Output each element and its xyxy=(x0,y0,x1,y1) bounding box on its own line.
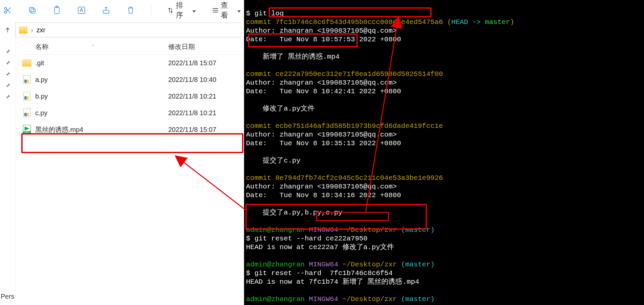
toolbar-separator xyxy=(151,5,151,15)
delete-icon[interactable] xyxy=(126,6,135,15)
chevron-down-icon xyxy=(191,6,196,15)
term-line: commit 8e794d7fb74cf2c945c5c211c04e53a3b… xyxy=(246,174,443,182)
svg-rect-7 xyxy=(103,10,109,13)
sort-caret-icon: ˄ xyxy=(92,44,94,50)
pin-icon xyxy=(5,71,11,77)
term-path: ~/Desktop/zxr xyxy=(342,226,401,234)
python-file-icon xyxy=(23,109,31,117)
pin-icon xyxy=(5,49,11,55)
list-item[interactable]: 黑丝的诱惑.mp4 2022/11/8 15:07 xyxy=(19,121,244,138)
pin-icon xyxy=(5,94,11,100)
term-line: 提交了a.py,b.py,c.py xyxy=(246,209,342,216)
breadcrumb[interactable]: › zxr xyxy=(15,23,241,37)
term-line: Author: zhangran <1990837105@qq.com> xyxy=(246,79,397,87)
term-line: Date: Tue Nov 8 10:35:13 2022 +0800 xyxy=(246,140,401,147)
terminal[interactable]: $ git log commit 7fc1b746c8c6f543d495b0c… xyxy=(244,0,644,305)
file-name: b.py xyxy=(35,93,168,100)
svg-rect-2 xyxy=(31,9,35,13)
term-line: $ git reset --hard ce222a7950 xyxy=(246,235,367,242)
file-list-header: 名称 ˄ 修改日期 xyxy=(19,39,244,55)
nav-row: › zxr xyxy=(0,21,244,39)
column-date[interactable]: 修改日期 xyxy=(168,42,244,51)
term-line: Date: Tue Nov 8 10:42:41 2022 +0800 xyxy=(246,88,401,95)
term-line: Date: Tue Nov 8 10:57:53 2022 +0800 xyxy=(246,36,401,43)
file-date: 2022/11/8 10:40 xyxy=(168,76,244,84)
sort-button[interactable]: 排序 xyxy=(167,0,196,20)
breadcrumb-folder: zxr xyxy=(37,26,46,34)
term-line: Date: Tue Nov 8 10:34:16 2022 +0800 xyxy=(246,191,401,199)
pin-icon xyxy=(5,83,11,89)
term-branch: (master) xyxy=(401,226,435,234)
term-line: $ git reset --hard 7fc1b746c8c6f54 xyxy=(246,269,393,277)
file-list-area: 名称 ˄ 修改日期 .git 2022/11/8 15:07 a.py 2022… xyxy=(15,39,244,305)
paste-icon[interactable] xyxy=(53,6,61,15)
rename-icon[interactable] xyxy=(77,6,86,15)
term-line: Author: zhangran <1990837105@qq.com> xyxy=(246,183,397,190)
column-name[interactable]: 名称 ˄ xyxy=(19,42,168,51)
cut-icon[interactable] xyxy=(3,6,12,15)
file-date: 2022/11/8 15:07 xyxy=(168,126,244,134)
python-file-icon xyxy=(23,75,31,84)
term-line: Author: zhangran <1990837105@qq.com> xyxy=(246,131,397,139)
folder-icon xyxy=(19,26,28,34)
list-item[interactable]: .git 2022/11/8 15:07 xyxy=(19,55,244,71)
column-date-label: 修改日期 xyxy=(168,43,195,50)
list-item[interactable]: a.py 2022/11/8 10:40 xyxy=(19,71,244,88)
term-host: MINGW64 xyxy=(309,261,342,268)
list-item[interactable]: c.py 2022/11/8 10:21 xyxy=(19,105,244,121)
term-path: ~/Desktop/zxr xyxy=(342,295,401,303)
term-line: 新增了 黑丝的诱惑.mp4 xyxy=(246,53,339,61)
up-arrow-icon[interactable] xyxy=(3,25,13,35)
svg-rect-4 xyxy=(55,7,59,14)
term-line: HEAD is now at ce222a7 修改了a.py文件 xyxy=(246,243,394,251)
term-branch: (master) xyxy=(401,295,435,303)
copy-icon[interactable] xyxy=(28,6,37,15)
column-name-label: 名称 xyxy=(35,43,49,50)
term-prompt: admin@zhangran xyxy=(246,261,309,268)
term-line: $ git log xyxy=(246,10,284,17)
list-item[interactable]: b.py 2022/11/8 10:21 xyxy=(19,88,244,105)
file-name: a.py xyxy=(35,76,168,84)
term-prompt: admin@zhangran xyxy=(246,295,309,303)
term-branch: (master) xyxy=(401,261,435,268)
term-branch: master xyxy=(485,18,510,26)
term-host: MINGW64 xyxy=(309,226,342,234)
file-name: 黑丝的诱惑.mp4 xyxy=(35,125,168,134)
folder-icon xyxy=(22,59,32,67)
left-rail xyxy=(0,39,15,305)
file-date: 2022/11/8 10:21 xyxy=(168,93,244,100)
term-host: MINGW64 xyxy=(309,295,342,303)
term-line: HEAD is now at 7fc1b74 新增了 黑丝的诱惑.mp4 xyxy=(246,278,419,286)
term-line: Author: zhangran <1990837105@qq.com> xyxy=(246,27,397,35)
term-paren: ) xyxy=(510,18,514,26)
term-line: commit 7fc1b746c8c6f543d495b0ccc008d6e4e… xyxy=(246,18,451,26)
term-line: 修改了a.py文件 xyxy=(246,105,315,113)
sort-label: 排序 xyxy=(176,0,189,20)
term-head: HEAD -> xyxy=(451,18,485,26)
svg-rect-3 xyxy=(29,7,34,12)
file-date: 2022/11/8 15:07 xyxy=(168,59,244,67)
term-path: ~/Desktop/zxr xyxy=(342,261,401,268)
term-line: commit ecbe751d46af3d585b1973b9cfd6dade4… xyxy=(246,122,443,130)
share-icon[interactable] xyxy=(102,6,110,15)
file-name: .git xyxy=(35,59,168,67)
view-label: 查看 xyxy=(221,0,234,20)
breadcrumb-separator: › xyxy=(31,26,33,34)
mp4-file-icon xyxy=(23,125,31,134)
view-button[interactable]: 查看 xyxy=(212,0,241,20)
term-prompt: admin@zhangran xyxy=(246,226,309,234)
python-file-icon xyxy=(23,92,31,101)
file-date: 2022/11/8 10:21 xyxy=(168,109,244,117)
left-bottom-label: Pers xyxy=(1,293,14,300)
term-line: 提交了c.py xyxy=(246,157,301,164)
file-explorer: 排序 查看 › zxr 名称 xyxy=(0,0,244,305)
file-name: c.py xyxy=(35,109,168,117)
explorer-toolbar: 排序 查看 xyxy=(0,0,244,21)
chevron-down-icon xyxy=(236,6,241,15)
pin-icon xyxy=(5,60,11,66)
term-line: commit ce222a7950ec312e71f8ea1d65980d582… xyxy=(246,70,443,78)
